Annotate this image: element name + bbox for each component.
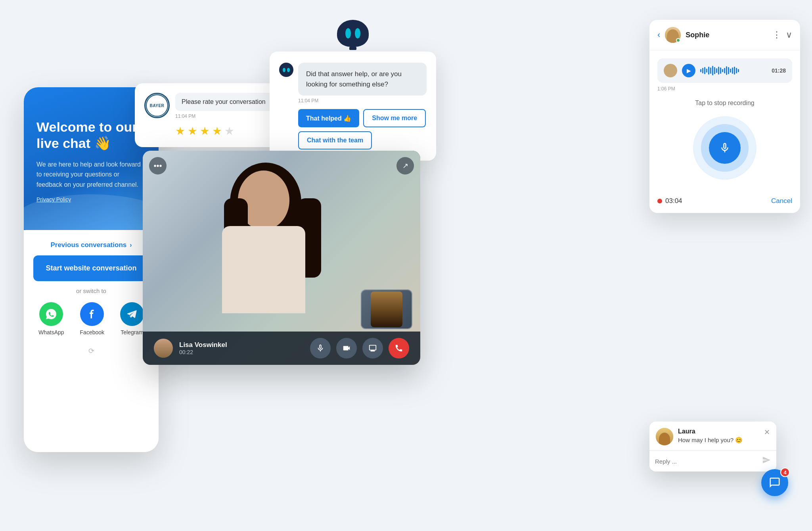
play-audio-button[interactable]: ▶ bbox=[682, 64, 695, 77]
message-time: 1:06 PM bbox=[657, 86, 792, 92]
video-expand-button[interactable]: ↗ bbox=[396, 157, 414, 174]
whatsapp-label: WhatsApp bbox=[38, 329, 64, 335]
laura-message: How may I help you? 😊 bbox=[678, 437, 759, 444]
bot-message-row: Did that answer help, or are you looking… bbox=[279, 63, 427, 104]
call-controls bbox=[310, 338, 409, 358]
end-call-button[interactable] bbox=[389, 338, 409, 358]
telegram-icon bbox=[120, 302, 144, 326]
sender-avatar bbox=[664, 64, 677, 77]
bot-message-bubble: Did that answer help, or are you looking… bbox=[298, 63, 427, 96]
caller-info: Lisa Voswinkel 00:22 bbox=[179, 341, 304, 355]
chat-with-team-button[interactable]: Chat with the team bbox=[298, 131, 372, 150]
telegram-channel[interactable]: Telegram bbox=[120, 302, 144, 335]
prev-conversations-link[interactable]: Previous conversations › bbox=[33, 241, 149, 249]
share-screen-button[interactable] bbox=[362, 338, 383, 358]
widget-footer: ⟳ bbox=[33, 342, 149, 358]
bayer-message-bubble: Please rate your conversation bbox=[175, 93, 276, 111]
that-helped-button[interactable]: That helped 👍 bbox=[298, 109, 359, 127]
voice-header: ‹ Sophie ⋮ ∨ bbox=[649, 20, 800, 50]
laura-header: Laura How may I help you? 😊 ✕ bbox=[649, 422, 776, 450]
recording-controls: 03:04 Cancel bbox=[649, 197, 800, 213]
star-3[interactable]: ★ bbox=[200, 125, 210, 138]
laura-name: Laura bbox=[678, 428, 759, 435]
reply-input[interactable] bbox=[655, 458, 758, 465]
video-call-card: ••• ↗ Lisa Voswinkel 00:22 bbox=[143, 151, 420, 365]
bayer-time: 11:04 PM bbox=[175, 113, 276, 119]
facebook-icon bbox=[80, 302, 104, 326]
or-switch-text: or switch to bbox=[33, 288, 149, 294]
whatsapp-icon bbox=[39, 302, 63, 326]
laura-info: Laura How may I help you? 😊 bbox=[678, 428, 759, 444]
tap-to-stop-label: Tap to stop recording bbox=[657, 100, 792, 107]
welcome-subtitle: We are here to help and look forward to … bbox=[36, 159, 146, 190]
recording-visual bbox=[657, 116, 792, 180]
mute-microphone-button[interactable] bbox=[310, 338, 331, 358]
star-2[interactable]: ★ bbox=[188, 125, 197, 138]
show-more-button[interactable]: Show me more bbox=[363, 109, 426, 127]
cancel-recording-button[interactable]: Cancel bbox=[771, 197, 792, 205]
bot-chat-card: Did that answer help, or are you looking… bbox=[270, 52, 436, 161]
privacy-link[interactable]: Privacy Policy bbox=[36, 196, 71, 203]
telegram-label: Telegram bbox=[121, 329, 144, 335]
bayer-logo: BAYER bbox=[144, 93, 170, 118]
star-1[interactable]: ★ bbox=[175, 125, 185, 138]
microphone-button[interactable] bbox=[709, 132, 741, 164]
audio-waveform bbox=[700, 65, 767, 76]
timer-value: 03:04 bbox=[665, 197, 682, 205]
star-rating-row[interactable]: ★ ★ ★ ★ ★ bbox=[144, 125, 276, 138]
video-pip bbox=[361, 289, 412, 329]
close-widget-button[interactable]: ✕ bbox=[764, 428, 770, 437]
whatsapp-channel[interactable]: WhatsApp bbox=[38, 302, 64, 335]
online-status-dot bbox=[676, 38, 680, 42]
bayer-message-area: Please rate your conversation 11:04 PM bbox=[175, 93, 276, 119]
reply-area bbox=[649, 450, 776, 472]
audio-message-bubble: ▶ bbox=[657, 58, 792, 83]
send-button[interactable] bbox=[762, 456, 771, 467]
back-button[interactable]: ‹ bbox=[657, 30, 660, 40]
bot-message-time: 11:04 PM bbox=[298, 98, 427, 104]
recording-ring-outer bbox=[693, 116, 756, 180]
unread-badge: 4 bbox=[780, 468, 790, 477]
widget-body: Previous conversations › Start website c… bbox=[24, 230, 159, 452]
bayer-header: BAYER Please rate your conversation 11:0… bbox=[144, 93, 276, 119]
voice-message-panel: ‹ Sophie ⋮ ∨ ▶ bbox=[649, 20, 800, 213]
more-options-icon[interactable]: ⋮ bbox=[772, 30, 781, 40]
bayer-logo-inner: BAYER bbox=[146, 94, 168, 117]
bot-actions: That helped 👍 Show me more Chat with the… bbox=[279, 109, 427, 150]
fab-chat-button[interactable]: 4 bbox=[761, 469, 788, 496]
video-more-button[interactable]: ••• bbox=[149, 157, 167, 174]
audio-duration: 01:28 bbox=[772, 67, 786, 74]
caller-name: Lisa Voswinkel bbox=[179, 341, 304, 349]
recording-dot bbox=[657, 199, 662, 203]
channel-icons-row: WhatsApp Facebook bbox=[33, 302, 149, 335]
toggle-camera-button[interactable] bbox=[336, 338, 357, 358]
caller-avatar bbox=[154, 339, 173, 358]
recording-timer: 03:04 bbox=[657, 197, 682, 205]
chevron-right-icon: › bbox=[130, 242, 132, 249]
laura-chat-widget: Laura How may I help you? 😊 ✕ bbox=[649, 422, 776, 472]
laura-avatar bbox=[656, 428, 673, 445]
facebook-label: Facebook bbox=[80, 329, 104, 335]
video-controls-bar: Lisa Voswinkel 00:22 bbox=[143, 332, 420, 365]
voice-content: ▶ bbox=[649, 50, 800, 197]
chevron-down-icon[interactable]: ∨ bbox=[786, 30, 792, 40]
rating-card: BAYER Please rate your conversation 11:0… bbox=[135, 83, 285, 147]
star-5[interactable]: ★ bbox=[224, 125, 234, 138]
bot-actions-row1: That helped 👍 Show me more bbox=[298, 109, 427, 127]
bot-avatar bbox=[279, 63, 293, 77]
start-conversation-button[interactable]: Start website conversation bbox=[33, 255, 149, 281]
contact-name: Sophie bbox=[686, 31, 768, 39]
recording-ring-mid bbox=[701, 124, 749, 172]
facebook-channel[interactable]: Facebook bbox=[80, 302, 104, 335]
call-duration: 00:22 bbox=[179, 349, 304, 355]
contact-avatar bbox=[665, 27, 681, 43]
welcome-title: Welcome to our live chat 👋 bbox=[36, 119, 146, 151]
star-4[interactable]: ★ bbox=[212, 125, 222, 138]
